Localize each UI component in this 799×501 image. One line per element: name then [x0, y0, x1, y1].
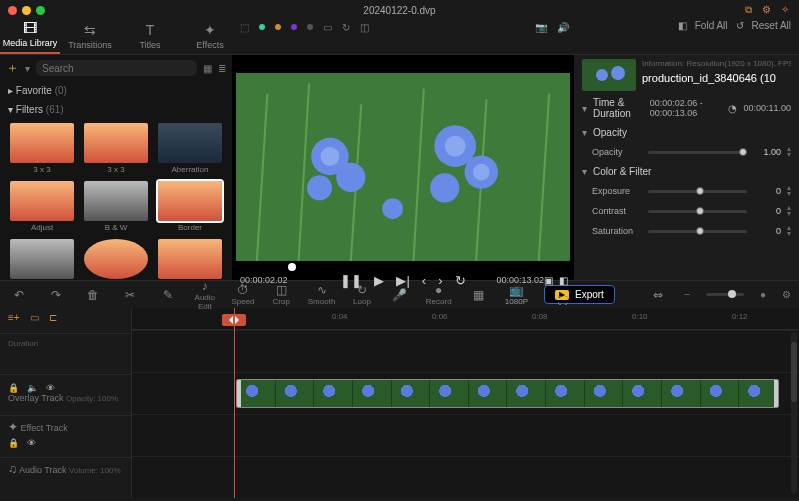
section-favorite[interactable]: ▸ Favorite (0)	[0, 81, 232, 100]
stepper-icon[interactable]: ▴▾	[787, 185, 791, 197]
zoom-in-icon[interactable]: ●	[760, 289, 766, 300]
cut-tool[interactable]: ✂	[120, 288, 141, 302]
track-header-overlay[interactable]: 🔒🔈👁 Overlay Track Opacity: 100%	[0, 374, 131, 415]
mute-icon[interactable]: 🔈	[27, 383, 38, 393]
visibility-icon[interactable]: 👁	[46, 383, 55, 393]
filter-thumb[interactable]: Border	[156, 181, 224, 233]
video-preview[interactable]	[236, 73, 570, 261]
section-filters[interactable]: ▾ Filters (61)	[0, 100, 232, 119]
camera-icon[interactable]: 📷	[535, 22, 547, 33]
add-track-button[interactable]: ≡+	[8, 312, 20, 323]
clip-trim-handle[interactable]	[237, 380, 241, 407]
audio-edit-tool[interactable]: ♪Audio Edit	[194, 279, 215, 311]
param-value[interactable]: 0	[753, 206, 781, 216]
rotate-icon[interactable]: ↻	[342, 22, 350, 33]
fit-timeline-button[interactable]: ⇔	[647, 288, 668, 302]
redo-button[interactable]: ↷	[45, 288, 66, 302]
zoom-slider[interactable]	[706, 293, 744, 296]
contrast-slider[interactable]	[648, 210, 747, 213]
lock-icon[interactable]: 🔒	[8, 383, 19, 393]
timeline-lane-effect[interactable]	[132, 414, 799, 456]
visibility-icon[interactable]: 👁	[27, 438, 36, 448]
maximize-window-icon[interactable]	[36, 6, 45, 15]
minimize-window-icon[interactable]	[22, 6, 31, 15]
stepper-icon[interactable]: ▴▾	[787, 225, 791, 237]
titlebar-action-icon[interactable]: ⚙	[762, 4, 771, 16]
timeline-tracks[interactable]: 0:04 0:06 0:08 0:10 0:12 00:00:02.02	[132, 308, 799, 498]
param-value[interactable]: 0	[753, 186, 781, 196]
stepper-icon[interactable]: ▴▾	[787, 205, 791, 217]
filter-thumb[interactable]: Cartoon	[8, 239, 76, 280]
opacity-slider[interactable]	[648, 151, 747, 154]
add-media-button[interactable]: ＋	[6, 59, 19, 77]
fullscreen-icon[interactable]: ⛶	[558, 295, 568, 306]
undo-button[interactable]: ↶	[8, 288, 29, 302]
stopwatch-icon[interactable]: ◔	[728, 103, 737, 114]
timeline-lane-audio[interactable]	[132, 456, 799, 498]
clip-trim-handle[interactable]	[774, 380, 778, 407]
filter-thumb[interactable]: Aberration	[156, 123, 224, 175]
section-color-filter[interactable]: ▾ Color & Filter	[582, 164, 791, 179]
marker-icon[interactable]: ⬚	[240, 22, 249, 33]
play-button[interactable]: ▶	[374, 273, 384, 288]
marker-color-icon[interactable]	[307, 24, 313, 30]
tab-effects[interactable]: ✦ Effects	[180, 22, 240, 54]
playhead-handle[interactable]	[222, 314, 246, 326]
track-layout-icon[interactable]: ⊏	[49, 312, 57, 323]
timeline-lane[interactable]	[132, 330, 799, 372]
prev-frame-button[interactable]: ‹	[422, 273, 426, 288]
marker-color-icon[interactable]	[291, 24, 297, 30]
pause-button[interactable]: ❚❚	[340, 273, 362, 288]
zoom-out-icon[interactable]: −	[684, 289, 690, 300]
fold-all-button[interactable]: Fold All	[695, 20, 728, 31]
tab-titles[interactable]: T Titles	[120, 22, 180, 54]
list-view-icon[interactable]: ≣	[218, 63, 226, 74]
close-window-icon[interactable]	[8, 6, 17, 15]
section-time-duration[interactable]: ▾ Time & Duration 00:00:02.06 - 00:00:13…	[582, 95, 791, 121]
next-frame-button[interactable]: ›	[438, 273, 442, 288]
track-header-effect[interactable]: ✦ Effect Track 🔒👁	[0, 415, 131, 456]
filter-thumb[interactable]: Circular Mask	[82, 239, 150, 280]
settings-icon[interactable]: ⚙	[782, 289, 791, 300]
stepper-icon[interactable]: ▴▾	[787, 146, 791, 158]
param-value[interactable]: 1.00	[753, 147, 781, 157]
detach-icon[interactable]: ◧	[559, 275, 568, 286]
reset-all-button[interactable]: Reset All	[752, 20, 791, 31]
saturation-slider[interactable]	[648, 230, 747, 233]
tab-transitions[interactable]: ⇆ Transitions	[60, 22, 120, 54]
track-header-audio[interactable]: ♫ Audio Track Volume: 100%	[0, 457, 131, 498]
snapshot-icon[interactable]: ▣	[544, 275, 553, 286]
section-opacity[interactable]: ▾ Opacity	[582, 125, 791, 140]
timeline-scrollbar[interactable]	[791, 332, 797, 494]
filter-thumb[interactable]: 3 x 3	[82, 123, 150, 175]
marker-color-icon[interactable]	[275, 24, 281, 30]
grid-view-icon[interactable]: ▦	[203, 63, 212, 74]
delete-button[interactable]: 🗑	[82, 288, 103, 302]
filter-thumb[interactable]: 3 x 3	[8, 123, 76, 175]
marker-color-icon[interactable]	[259, 24, 265, 30]
filter-thumb[interactable]: Color Glitch	[156, 239, 224, 280]
filter-thumb[interactable]: Adjust	[8, 181, 76, 233]
dropdown-icon[interactable]: ▾	[25, 63, 30, 74]
eraser-tool[interactable]: ✎	[157, 288, 178, 302]
volume-icon[interactable]: 🔊	[557, 22, 569, 33]
exposure-slider[interactable]	[648, 190, 747, 193]
timeline-video-clip[interactable]	[236, 379, 779, 408]
timeline-lane-overlay[interactable]	[132, 372, 799, 414]
lock-icon[interactable]: 🔒	[8, 438, 19, 448]
track-layout-icon[interactable]: ▭	[30, 312, 39, 323]
reset-icon[interactable]: ↺	[736, 20, 744, 31]
titlebar-action-icon[interactable]: ✧	[781, 4, 789, 16]
step-forward-button[interactable]: ▶|	[396, 273, 409, 288]
filter-thumb[interactable]: B & W	[82, 181, 150, 233]
inspect-panel-icon[interactable]: ◧	[678, 20, 687, 31]
titlebar-action-icon[interactable]: ⧉	[745, 4, 752, 16]
scrollbar-thumb[interactable]	[791, 342, 797, 402]
transform-icon[interactable]: ▭	[323, 22, 332, 33]
param-value[interactable]: 0	[753, 226, 781, 236]
search-input[interactable]	[36, 60, 197, 76]
tab-media-library[interactable]: 🎞 Media Library	[0, 20, 60, 54]
loop-button[interactable]: ↻	[455, 273, 466, 288]
playhead[interactable]: 00:00:02.02	[234, 308, 235, 498]
crop-icon[interactable]: ◫	[360, 22, 369, 33]
